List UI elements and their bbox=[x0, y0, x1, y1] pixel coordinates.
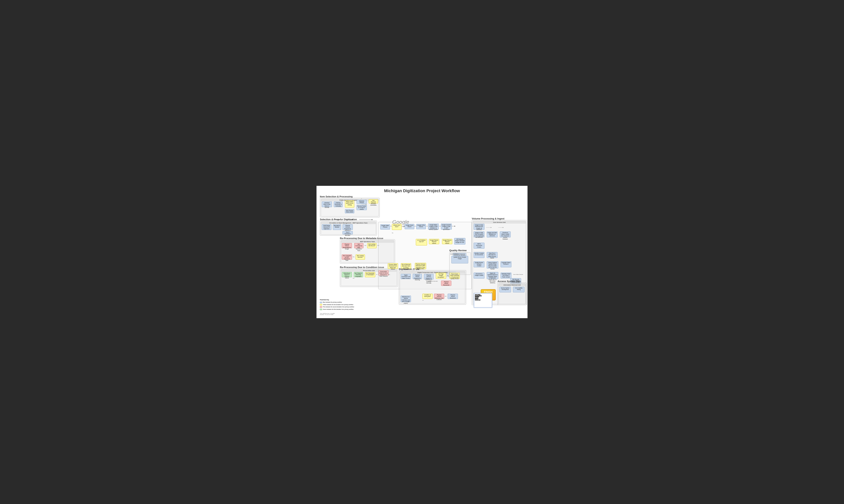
legend-blue: Blue indicates the primary workflow bbox=[320, 301, 354, 303]
legend-pink: Pink indicates the second deviation from… bbox=[320, 306, 354, 308]
legend-yellow-color bbox=[320, 304, 322, 305]
google-converts-box: Google Converts Images & Data to MDP Spe… bbox=[441, 223, 452, 230]
scanned-internally-label: Scanned Internally bbox=[428, 281, 438, 282]
legend-title: FlowChart Key bbox=[320, 299, 354, 301]
handles-created-box: Handles Created for Documents bbox=[474, 252, 485, 258]
no-pages: No bbox=[447, 275, 449, 276]
yes-condition: yes bbox=[445, 295, 446, 297]
copyright-status-box: Copyright Status Research bbox=[500, 262, 511, 267]
item-corrected-2-box: Item Corrected by MDP Operations Team bbox=[342, 254, 352, 260]
item-corrected-1-box: Item Corrected by MDP Operations Team bbox=[354, 243, 364, 248]
records-posted-box: Records Posted for Google to retrieve bbox=[356, 205, 367, 210]
materials-shelved-box: Materials Shelved bbox=[356, 200, 367, 204]
yes-label-main: YES bbox=[388, 274, 390, 275]
legend-green-color bbox=[320, 309, 322, 310]
librarians-select-box: Librarians Select & Buy Books & Journals bbox=[322, 201, 332, 207]
digital-conversion-section: Digital Conversion Unit / Digital Reform… bbox=[400, 271, 465, 304]
google-returns-box: Google Returns Physical Volume bbox=[442, 239, 452, 244]
legend-yellow: Yellow indicates the first deviation fro… bbox=[320, 304, 354, 306]
footer-modified: Modified: Thu Dec 04 2008 bbox=[320, 314, 335, 315]
rights-db-updated-box: Rights Db Updated Based on Copyright Sta… bbox=[487, 272, 498, 279]
google-makes-images-box: Google Makes Images & Data Available via… bbox=[428, 223, 439, 230]
physical-resubmitted-box: Physical Volume Resubmitted to Google bbox=[342, 243, 352, 248]
footer-note: Title: MDPflowchart_v3.graffle Modified:… bbox=[320, 313, 335, 315]
physical-volumes-withdrawn-box: Physical Volumes Withdrawn from Collecti… bbox=[434, 294, 444, 299]
shelf-range-box: Shelf Range Selected for Digitization bbox=[322, 224, 332, 230]
item-selection-title: Item Selection & Processing bbox=[320, 195, 353, 198]
mirlyn-box: Mirlyn (online public access catalog) bbox=[345, 200, 354, 208]
access-system-section: Information Retrieval Unit Access System… bbox=[497, 283, 527, 305]
item-process-status-box: Item Process Status Added bbox=[345, 209, 354, 213]
document-images-loaded-box: Document & Images Loaded bbox=[474, 273, 485, 278]
legend-pink-color bbox=[320, 306, 322, 308]
access-system-dev-box: Access System Development bbox=[499, 287, 511, 292]
from-public-domain-label: from Public Domain bbox=[513, 274, 523, 275]
publisher-optout-box: Is it a Publisher Opt-out? bbox=[416, 239, 427, 246]
condition-book-box: Condition of book good? bbox=[422, 294, 433, 299]
digital-conversion-process-box: Digital Conversion Unit Intake Process bbox=[401, 274, 411, 279]
ui-usability-box: UI & Usability Testing bbox=[513, 287, 525, 292]
legend-green-label: Green indicates the third deviation from… bbox=[323, 308, 354, 310]
physical-volumes-shipped-box: Physical Volumes Shipped for Scanning or… bbox=[424, 274, 434, 280]
item-lacking-bib-box: Item Lacking Bib Record? bbox=[367, 243, 376, 248]
item-lacking-barcode-box: Item Lacking Barcode? bbox=[356, 254, 365, 260]
yes-label-3: Yes bbox=[353, 277, 354, 279]
core-services-title: Core Services Unit bbox=[473, 221, 526, 223]
legend-blue-color bbox=[320, 302, 322, 303]
barcoded-weeded-box: Barcoded & Weeded bbox=[333, 224, 341, 230]
page-container: Michigan Digitization Project Workflow bbox=[316, 186, 527, 318]
volume-processing-title: Volume Processing & Ingest bbox=[472, 217, 505, 220]
access-system-title: Access System Dev. bbox=[497, 280, 521, 283]
info-retrieval-section: Information Retrieval Unit Access System… bbox=[498, 284, 526, 304]
legend-blue-label: Blue indicates the primary workflow bbox=[323, 301, 342, 303]
quality-review-sample-images-box: Quality Review Sample Images bbox=[451, 256, 468, 264]
yes-google: Yes bbox=[402, 226, 404, 227]
physical-volume-reshelved2-box: Physical Volume Reshelved bbox=[447, 294, 458, 299]
legend-pink-label: Pink indicates the second deviation from… bbox=[323, 306, 354, 308]
materials-special-box: Materials from Special Collections (not … bbox=[401, 295, 411, 302]
images-data-validated-box: Images and Data Validated via GROOVE bbox=[487, 231, 497, 237]
google-scans-box: Google Scans Volume bbox=[405, 224, 414, 229]
data-file-barcodes-box: Data File of Barcodes for Mirlyn Record … bbox=[487, 252, 497, 258]
yes-label-1: Yes bbox=[364, 245, 366, 246]
process-status-removed-box: Process Status Removed from Mirlyn Item … bbox=[388, 263, 398, 269]
legend-green: Green indicates the third deviation from… bbox=[320, 308, 354, 310]
workflow-area: Item Selection & Processing Public Servi… bbox=[318, 195, 526, 316]
file-checked-in-box: File of Checked-in Barcodes bbox=[342, 231, 353, 234]
library-systems-update-box: Library Systems Updates Mirlyn Record & … bbox=[487, 262, 498, 268]
no-label-2: no bbox=[376, 274, 377, 275]
public-services-section: Public Services & Acquisitions Librarian… bbox=[321, 199, 379, 216]
legend-yellow-label: Yellow indicates the first deviation fro… bbox=[323, 304, 353, 306]
volume-ok-scan-box: Volume ok to Scan? bbox=[392, 224, 402, 230]
physical-volumes-prep-box: Physical Volumes Prepared for Delivery t… bbox=[342, 224, 353, 230]
google-intake-box: Google Intake Process bbox=[380, 224, 390, 230]
rebinding-box: Rebinding & Repair of Physical Volume bbox=[342, 272, 352, 277]
circ-stack-section: Circulation & Stack Management – MDP Ope… bbox=[321, 221, 376, 235]
physical-volume-rescanned-box: Physical Volume Rescanned bbox=[441, 281, 451, 286]
user-reported-box: User Reported Metadata Corrections bbox=[369, 199, 378, 203]
repairable-box: Item Repairable or Rebindable? bbox=[365, 272, 375, 277]
images-data-retrieved-box: Images & Data Retrieved from Google via … bbox=[474, 224, 485, 230]
mets-created-box: METS Documents Created bbox=[474, 242, 485, 249]
quality-review-inner-label: Quality Review bbox=[450, 253, 459, 255]
screen-mockup-inner: ████ ██████ ██ ████ ██████ ████████ ██ █… bbox=[475, 294, 491, 307]
item-repair-box: Item Repair & Rebinding Preparation bbox=[354, 272, 363, 277]
google-rejects-box: Google Rejects Physical Volume bbox=[429, 239, 439, 244]
metadata-pulled-box: Metadata Pulled from Mirlyn if Public Do… bbox=[500, 273, 511, 278]
quality-review-samples-box: Quality Review Samples Created bbox=[474, 262, 485, 267]
flowchart-legend: FlowChart Key Blue indicates the primary… bbox=[320, 299, 354, 311]
selection-prep-title: Selection & Prep for Digitization bbox=[320, 218, 357, 221]
info-retrieval-title: Information Retrieval Unit bbox=[499, 284, 525, 286]
item-selection-section: Public Services & Acquisitions Librarian… bbox=[320, 198, 380, 217]
google-ocrs-box: Google OCRs Volume bbox=[416, 224, 426, 229]
images-data-decrypted-box: Images & Data Files Decrypted & Decompre… bbox=[474, 231, 485, 237]
screen-mockup: ████ ██████ ██ ████ ██████ ████████ ██ █… bbox=[474, 293, 492, 308]
checksum-values-box: Checksum Values Loaded Into Checksum Arc… bbox=[500, 231, 511, 237]
quality-review-section: Quality Review Quality Review Sample Ima… bbox=[449, 252, 471, 275]
no-publisher: No bbox=[392, 232, 393, 234]
digitization-um-section: Digital Conversion Unit / Digital Reform… bbox=[399, 270, 466, 305]
physical-volume-prepared-box: Physical Volume Prepared for Scanning bbox=[412, 274, 422, 279]
ordering-box: Ordering, Receiving, & Cataloging bbox=[334, 201, 343, 207]
quality-review-title: Quality Review bbox=[449, 249, 467, 252]
yes-label-2: Yes bbox=[353, 256, 354, 257]
